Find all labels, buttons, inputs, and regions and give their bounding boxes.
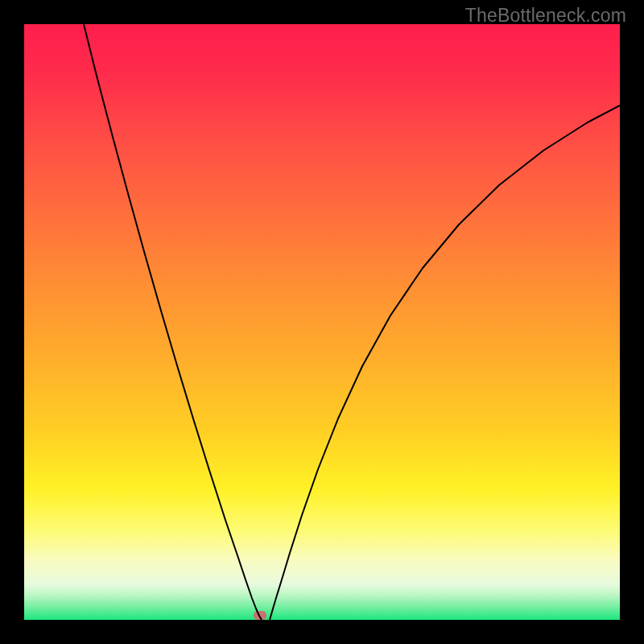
plot-area [24,24,620,620]
watermark-text: TheBottleneck.com [465,5,626,27]
minimum-marker [254,611,266,620]
chart-frame: TheBottleneck.com [0,0,644,644]
gradient-background [24,24,620,620]
